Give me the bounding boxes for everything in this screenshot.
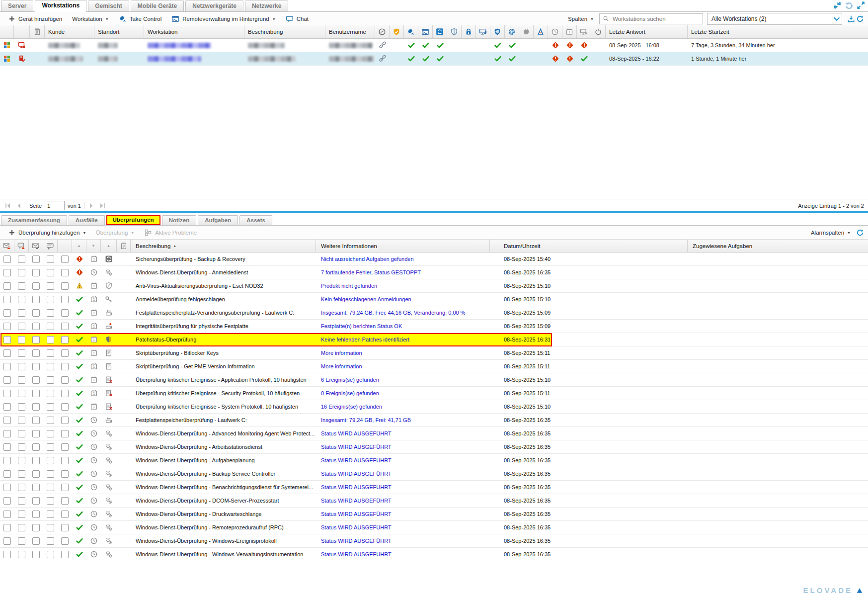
row-select-checkbox[interactable] — [32, 282, 40, 290]
check-row[interactable]: Windows-Dienst-Überprüfung - Aufgabenpla… — [0, 454, 868, 467]
check-row[interactable]: Windows-Dienst-Überprüfung - Druckwartes… — [0, 508, 868, 521]
column-header-patch-management[interactable] — [390, 25, 404, 38]
row-select-checkbox[interactable] — [3, 457, 11, 464]
row-select-checkbox[interactable] — [47, 537, 54, 545]
check-row[interactable]: 1Integritätsüberprüfung für physische Fe… — [0, 320, 868, 333]
workstation-menu-button[interactable]: Workstation ▼ — [68, 15, 113, 23]
row-select-checkbox[interactable] — [18, 457, 25, 464]
add-check-button[interactable]: Überprüfung hinzufügen ▼ — [4, 228, 90, 237]
row-select-checkbox[interactable] — [32, 537, 40, 545]
tab-netzwerkgeräte[interactable]: Netzwerkgeräte — [185, 0, 243, 11]
column-header-description[interactable]: Beschreibung — [244, 25, 325, 38]
row-select-checkbox[interactable] — [47, 336, 54, 343]
sms-alert-column-header[interactable] — [14, 240, 29, 252]
row-select-checkbox[interactable] — [47, 323, 54, 330]
column-header-windows-update[interactable] — [433, 25, 447, 38]
check-row[interactable]: 1Überprüfung kritischer Ereignisse - App… — [0, 373, 868, 387]
row-select-checkbox[interactable] — [3, 390, 11, 397]
download-icon[interactable] — [847, 15, 855, 23]
row-select-checkbox[interactable] — [61, 551, 69, 558]
column-header-apple[interactable] — [519, 25, 534, 38]
more-information-link[interactable]: 16 Ereignis(se) gefunden — [321, 404, 382, 410]
row-select-checkbox[interactable] — [61, 256, 69, 263]
column-header-automation[interactable] — [534, 25, 548, 38]
check-row[interactable]: 1Skriptüberprüfung - Bitlocker KeysMore … — [0, 346, 868, 360]
row-select-checkbox[interactable] — [47, 390, 54, 397]
more-information-link[interactable]: Status WIRD AUSGEFÜHRT — [321, 524, 392, 530]
column-header-check-schedule[interactable]: 1 — [562, 25, 577, 38]
row-select-checkbox[interactable] — [18, 443, 25, 451]
row-select-checkbox[interactable] — [3, 256, 11, 263]
device-row[interactable]: 08-Sep-2025 - 16:087 Tage, 3 Stunden, 34… — [0, 39, 868, 52]
row-select-checkbox[interactable] — [18, 403, 25, 411]
more-information-link[interactable]: Status WIRD AUSGEFÜHRT — [321, 430, 392, 436]
more-information-link[interactable]: Keine fehlenden Patches identifiziert — [321, 337, 409, 342]
more-information-link[interactable]: Status WIRD AUSGEFÜHRT — [321, 457, 392, 463]
schedule-sort-column-header[interactable]: ▼ — [86, 240, 101, 252]
row-select-checkbox[interactable] — [18, 349, 25, 357]
more-information-link[interactable]: More information — [321, 363, 362, 369]
row-select-checkbox[interactable] — [32, 296, 40, 303]
row-select-checkbox[interactable] — [3, 376, 11, 384]
more-information-link[interactable]: Produkt nicht gefunden — [321, 283, 377, 289]
row-select-checkbox[interactable] — [61, 470, 69, 478]
row-select-checkbox[interactable] — [61, 336, 69, 343]
chat-button[interactable]: Chat — [281, 14, 313, 24]
more-information-link[interactable]: Status WIRD AUSGEFÜHRT — [321, 471, 392, 477]
row-select-checkbox[interactable] — [32, 430, 40, 437]
row-select-checkbox[interactable] — [3, 511, 11, 518]
row-select-checkbox[interactable] — [3, 524, 11, 531]
row-select-checkbox[interactable] — [18, 390, 25, 397]
row-select-checkbox[interactable] — [3, 417, 11, 424]
check-row[interactable]: Windows-Dienst-Überprüfung - Windows-Ere… — [0, 534, 868, 548]
row-select-checkbox[interactable] — [32, 443, 40, 451]
more-information-link[interactable]: Nicht ausreichend Aufgaben gefunden — [321, 256, 414, 262]
detail-tab-überprüfungen[interactable]: Überprüfungen — [106, 215, 160, 225]
row-select-checkbox[interactable] — [47, 349, 54, 357]
row-select-checkbox[interactable] — [32, 363, 40, 370]
row-select-checkbox[interactable] — [32, 269, 40, 276]
row-select-checkbox[interactable] — [47, 497, 54, 505]
check-row[interactable]: Windows-Dienst-Überprüfung - Advanced Mo… — [0, 427, 868, 440]
row-select-checkbox[interactable] — [61, 390, 69, 397]
row-select-checkbox[interactable] — [18, 323, 25, 330]
alarm-columns-button[interactable]: Alarmspalten ▼ — [806, 229, 855, 237]
row-select-checkbox[interactable] — [3, 349, 11, 357]
row-select-checkbox[interactable] — [61, 443, 69, 451]
more-information-link[interactable]: 6 Ereignis(se) gefunden — [321, 377, 379, 383]
row-select-checkbox[interactable] — [47, 403, 54, 411]
next-page-icon[interactable] — [87, 202, 95, 210]
row-select-checkbox[interactable] — [3, 309, 11, 317]
row-select-checkbox[interactable] — [61, 349, 69, 357]
row-select-checkbox[interactable] — [3, 430, 11, 437]
workstation-filter-select[interactable]: Alle Workstations (2) — [707, 13, 842, 25]
row-select-checkbox[interactable] — [3, 403, 11, 411]
row-select-checkbox[interactable] — [61, 497, 69, 505]
tab-mobile-geräte[interactable]: Mobile Geräte — [131, 0, 184, 11]
row-select-checkbox[interactable] — [32, 457, 40, 464]
row-select-checkbox[interactable] — [18, 430, 25, 437]
column-header-last-response[interactable]: Letzte Antwort — [606, 25, 688, 38]
active-problems-button[interactable]: Aktive Probleme — [140, 228, 201, 238]
row-select-checkbox[interactable] — [61, 296, 69, 303]
row-select-checkbox[interactable] — [3, 497, 11, 505]
row-select-checkbox[interactable] — [3, 323, 11, 330]
more-information-link[interactable]: Status WIRD AUSGEFÜHRT — [321, 511, 392, 517]
type-sort-column-header[interactable]: ▲ — [101, 240, 117, 252]
more-information-link[interactable]: Status WIRD AUSGEFÜHRT — [321, 538, 392, 544]
row-select-checkbox[interactable] — [18, 484, 25, 491]
row-select-checkbox[interactable] — [61, 323, 69, 330]
detail-tab-assets[interactable]: Assets — [239, 215, 272, 225]
add-device-button[interactable]: Gerät hinzufügen — [4, 14, 67, 23]
row-select-checkbox[interactable] — [18, 470, 25, 478]
row-select-checkbox[interactable] — [32, 551, 40, 558]
row-select-checkbox[interactable] — [61, 403, 69, 411]
check-row[interactable]: 1Skriptüberprüfung - Get PME Version Inf… — [0, 360, 868, 373]
check-row[interactable]: 1Patchstatus-ÜberprüfungKeine fehlenden … — [0, 333, 868, 346]
check-row[interactable]: Windows-Dienst-Überprüfung - Arbeitsstat… — [0, 440, 868, 454]
undo-layout-icon[interactable] — [846, 1, 854, 9]
row-select-checkbox[interactable] — [32, 417, 40, 424]
row-select-checkbox[interactable] — [32, 524, 40, 531]
detail-tab-aufgaben[interactable]: Aufgaben — [198, 215, 238, 225]
row-select-checkbox[interactable] — [3, 484, 11, 491]
